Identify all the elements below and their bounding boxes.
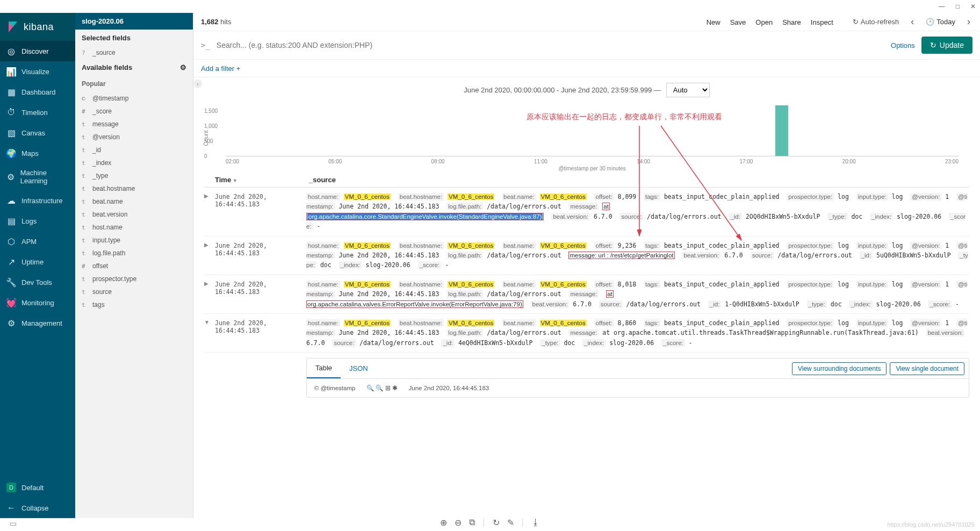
nav-discover[interactable]: ◎Discover [0, 41, 75, 61]
update-button[interactable]: ↻ Update [921, 37, 972, 54]
view-single-button[interactable]: View single document [890, 362, 964, 375]
nav-apm[interactable]: ⬡APM [0, 231, 75, 252]
nav-icon: ↗ [6, 257, 16, 267]
window-minimize[interactable]: — [939, 3, 945, 10]
top-inspect[interactable]: Inspect [811, 18, 833, 26]
search-options[interactable]: Options [891, 41, 915, 49]
searchbar: >_ Options ↻ Update [193, 31, 980, 60]
window-titlebar: — □ ✕ [0, 0, 980, 13]
nav-management[interactable]: ⚙Management [0, 313, 75, 333]
nav-maps[interactable]: 🌍Maps [0, 143, 75, 163]
collapse-fields-icon[interactable]: ‹ [193, 80, 202, 88]
histogram-chart[interactable]: Count 05001,0001,500 02:0005:0008:0011:0… [193, 103, 980, 167]
nav-icon: 🌍 [6, 148, 16, 158]
expand-icon[interactable]: ▼ [204, 318, 215, 348]
field-source[interactable]: tsource [75, 285, 193, 298]
header-source: _source [309, 176, 969, 184]
field-log-file-path[interactable]: tlog.file.path [75, 247, 193, 260]
field--version[interactable]: t@version [75, 131, 193, 143]
nav-icon: ⚙ [6, 318, 16, 328]
detail-tab-json[interactable]: JSON [341, 359, 377, 378]
row-source: host.name: VM_0_6_centos beat.hostname: … [306, 241, 969, 270]
bottom-toolbar: ⊕ ⊖ ⧉ | ↻ ✎ | ⭳ [437, 514, 543, 531]
topbar: 1,682 hits NewSaveOpenShareInspect ↻ Aut… [193, 13, 980, 31]
collapse-icon: ← [6, 503, 16, 513]
nav-timelion[interactable]: ⏱Timelion [0, 102, 75, 123]
nav-logs[interactable]: ▤Logs [0, 211, 75, 231]
timerange: June 2nd 2020, 00:00:00.000 - June 2nd 2… [193, 77, 980, 103]
time-picker[interactable]: 🕒 Today [926, 18, 955, 26]
console-icon[interactable]: ▭ [10, 519, 17, 528]
index-pattern[interactable]: slog-2020.06 [75, 13, 193, 30]
field-_source[interactable]: ?_source [75, 46, 193, 59]
table-row: ▶June 2nd 2020, 16:44:45.183host.name: V… [204, 188, 969, 236]
time-prev[interactable]: ‹ [909, 16, 916, 27]
content: ‹ June 2nd 2020, 00:00:00.000 - June 2nd… [193, 77, 980, 518]
field-beat-version[interactable]: tbeat.version [75, 208, 193, 221]
zoom-reset-icon[interactable]: ⧉ [469, 518, 475, 528]
expand-icon[interactable]: ▶ [204, 279, 215, 309]
auto-refresh[interactable]: ↻ Auto-refresh [853, 18, 899, 26]
nav-icon: ▧ [6, 128, 16, 138]
chart-bar[interactable] [775, 105, 788, 156]
nav-infrastructure[interactable]: ☁Infrastructure [0, 190, 75, 211]
add-filter[interactable]: Add a filter + [201, 64, 240, 73]
field-_type[interactable]: t_type [75, 169, 193, 182]
kibana-icon [6, 20, 19, 33]
refresh-icon[interactable]: ↻ [493, 518, 500, 528]
field-_id[interactable]: t_id [75, 143, 193, 156]
expand-icon[interactable]: ▶ [204, 241, 215, 270]
top-share[interactable]: Share [782, 18, 801, 26]
field-prospector-type[interactable]: tprospector.type [75, 272, 193, 285]
nav-dashboard[interactable]: ▦Dashboard [0, 82, 75, 102]
field-beat-hostname[interactable]: tbeat.hostname [75, 182, 193, 195]
top-save[interactable]: Save [730, 18, 746, 26]
header-time[interactable]: Time▼ [215, 176, 309, 184]
nav-dev-tools[interactable]: 🔧Dev Tools [0, 272, 75, 292]
time-next[interactable]: › [965, 16, 972, 27]
popular-fields-header: Popular [75, 76, 193, 92]
edit-icon[interactable]: ✎ [507, 518, 514, 528]
view-surrounding-button[interactable]: View surrounding documents [792, 362, 887, 375]
window-close[interactable]: ✕ [970, 3, 976, 10]
main: 1,682 hits NewSaveOpenShareInspect ↻ Aut… [193, 13, 980, 518]
row-source: host.name: VM_0_6_centos beat.hostname: … [306, 318, 969, 348]
nav-uptime[interactable]: ↗Uptime [0, 252, 75, 272]
zoom-out-icon[interactable]: ⊖ [455, 518, 462, 528]
nav-collapse[interactable]: ← Collapse [0, 498, 75, 518]
field-tags[interactable]: ttags [75, 298, 193, 311]
nav-default-label: Default [21, 484, 44, 492]
row-source: host.name: VM_0_6_centos beat.hostname: … [306, 192, 969, 232]
filterbar: Add a filter + [193, 60, 980, 77]
search-prompt-icon: >_ [201, 41, 210, 49]
interval-select[interactable]: Auto [666, 83, 710, 97]
field-input-type[interactable]: tinput.type [75, 234, 193, 247]
detail-tab-table[interactable]: Table [307, 358, 341, 378]
field-host-name[interactable]: thost.name [75, 221, 193, 234]
search-input[interactable] [217, 41, 884, 49]
top-new[interactable]: New [707, 18, 720, 26]
nav-visualize[interactable]: 📊Visualize [0, 61, 75, 82]
nav-canvas[interactable]: ▧Canvas [0, 123, 75, 143]
nav-icon: 💓 [6, 298, 16, 307]
expand-icon[interactable]: ▶ [204, 192, 215, 232]
zoom-in-icon[interactable]: ⊕ [440, 518, 447, 528]
nav-default[interactable]: D Default [0, 477, 75, 498]
watermark: https://blog.csdn.net/u294781025 [887, 521, 975, 528]
fields-settings-icon[interactable]: ⚙ [180, 63, 186, 71]
field-_index[interactable]: t_index [75, 156, 193, 169]
field-_score[interactable]: #_score [75, 105, 193, 118]
doc-table: Time▼ _source ▶June 2nd 2020, 16:44:45.1… [193, 167, 980, 403]
nav-machine-learning[interactable]: ⚙Machine Learning [0, 163, 75, 190]
field-message[interactable]: tmessage [75, 118, 193, 131]
download-icon[interactable]: ⭳ [531, 518, 540, 528]
nav-monitoring[interactable]: 💓Monitoring [0, 292, 75, 313]
top-open[interactable]: Open [755, 18, 773, 26]
window-maximize[interactable]: □ [956, 3, 960, 10]
field-beat-name[interactable]: tbeat.name [75, 195, 193, 208]
nav-collapse-label: Collapse [21, 504, 49, 512]
field--timestamp[interactable]: ©@timestamp [75, 92, 193, 105]
kibana-logo[interactable]: kibana [0, 13, 75, 41]
field-offset[interactable]: #offset [75, 260, 193, 272]
default-badge: D [6, 483, 16, 492]
